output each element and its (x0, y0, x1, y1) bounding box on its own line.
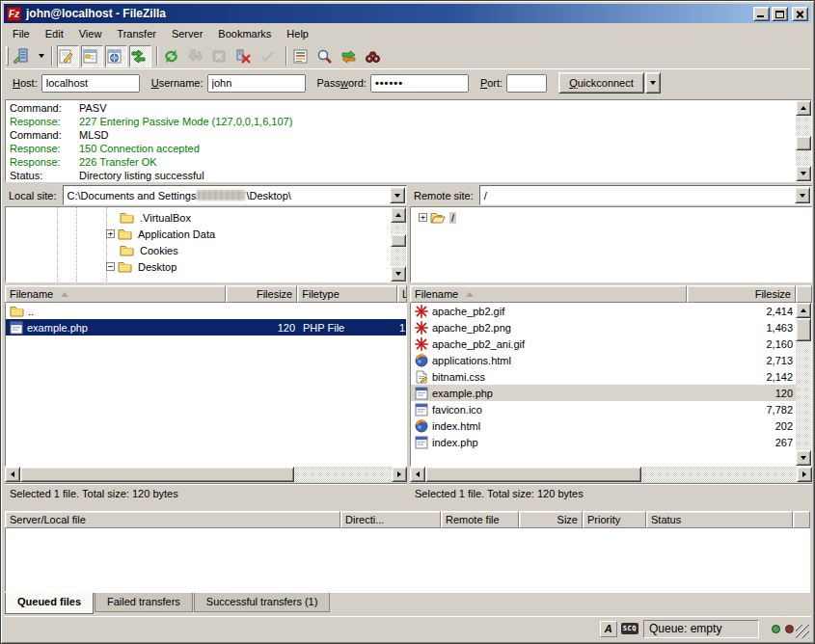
queue-column-size[interactable]: Size (519, 511, 583, 528)
remote-site-combo[interactable]: / (479, 185, 812, 205)
quickconnect-dropdown-button[interactable] (645, 72, 661, 94)
menu-help[interactable]: Help (279, 26, 316, 41)
file-row[interactable]: example.php120 (411, 385, 796, 401)
file-size-cell: 120 (688, 388, 797, 399)
minimize-button[interactable] (753, 7, 770, 21)
file-row[interactable]: favicon.ico7,782 (411, 401, 796, 417)
disconnect-button[interactable] (234, 45, 257, 67)
remote-list-scrollbar[interactable] (796, 303, 811, 466)
menu-server[interactable]: Server (164, 26, 210, 41)
queue-column-priority[interactable]: Priority (583, 511, 646, 528)
file-row[interactable]: example.php120PHP File1 (6, 319, 406, 335)
queue-column-directi-[interactable]: Directi... (340, 511, 441, 528)
scroll-left-button[interactable] (410, 467, 425, 482)
reconnect-button (258, 45, 281, 67)
password-input[interactable] (370, 74, 469, 93)
queue-column-remote-file[interactable]: Remote file (441, 511, 519, 528)
remote-site-dropdown-button[interactable] (795, 187, 810, 203)
scroll-left-button[interactable] (5, 467, 20, 482)
scroll-up-button[interactable] (391, 207, 406, 223)
remote-site-label: Remote site: (410, 190, 479, 201)
file-row[interactable]: applications.html2,713 (411, 352, 796, 368)
menu-view[interactable]: View (71, 26, 110, 41)
directory-comparison-button[interactable] (315, 45, 338, 67)
username-input[interactable] (207, 74, 306, 93)
scroll-up-button[interactable] (796, 303, 811, 318)
file-row[interactable]: .. (6, 303, 406, 319)
tree-item[interactable]: +/ (411, 209, 811, 226)
queue-column-status[interactable]: Status (646, 511, 793, 528)
scroll-right-button[interactable] (392, 467, 407, 482)
process-queue-button (186, 45, 208, 67)
column-header-filetype[interactable]: Filetype (297, 285, 397, 303)
synchronized-browsing-button[interactable] (340, 45, 362, 67)
scrollbar-thumb[interactable] (796, 136, 811, 150)
menu-transfer[interactable]: Transfer (109, 26, 164, 41)
expand-icon[interactable]: + (106, 229, 115, 238)
toggle-local-tree-button[interactable] (81, 45, 103, 67)
log-line-type: Command: (6, 101, 79, 115)
column-header-filename[interactable]: Filename (5, 285, 226, 303)
column-header-filename[interactable]: Filename (410, 285, 687, 303)
maximize-button[interactable] (772, 7, 788, 21)
file-row[interactable]: bitnami.css2,142 (411, 368, 796, 385)
tab-failed-transfers[interactable]: Failed transfers (95, 593, 193, 612)
scroll-right-button[interactable] (797, 467, 812, 482)
file-row[interactable]: index.php267 (411, 434, 796, 450)
file-row[interactable]: apache_pb2.gif2,414 (411, 303, 796, 319)
column-header-filesize[interactable]: Filesize (687, 285, 796, 303)
queue-column-server-local-file[interactable]: Server/Local file (5, 511, 340, 528)
tree-item[interactable]: −Desktop (6, 258, 391, 275)
menu-file[interactable]: File (5, 26, 38, 41)
local-site-dropdown-button[interactable] (390, 187, 405, 203)
scroll-down-button[interactable] (796, 450, 811, 466)
queue-header: Server/Local fileDirecti...Remote fileSi… (5, 511, 810, 528)
find-files-button[interactable] (364, 45, 386, 67)
local-site-combo[interactable]: C:\Documents and Settings\Desktop\ (63, 185, 407, 205)
toggle-message-log-button[interactable] (57, 45, 79, 67)
menu-bookmarks[interactable]: Bookmarks (210, 26, 279, 41)
scroll-up-button[interactable] (796, 100, 811, 116)
column-header-filesize[interactable]: Filesize (226, 285, 297, 303)
queue-column-blank[interactable] (793, 511, 810, 528)
tab-successful-transfers-1-[interactable]: Successful transfers (1) (194, 593, 331, 612)
expand-icon[interactable]: + (419, 213, 427, 222)
tree-item[interactable]: .VirtualBox (6, 209, 391, 226)
scrollbar-thumb[interactable] (20, 467, 294, 482)
menu-edit[interactable]: Edit (38, 26, 71, 41)
quickconnect-button[interactable]: Quickconnect (558, 72, 644, 94)
file-size-cell: 7,782 (688, 404, 797, 416)
log-line-type: Response: (6, 142, 79, 155)
close-button[interactable] (792, 7, 808, 21)
local-list-hscrollbar[interactable] (5, 467, 407, 482)
tree-item[interactable]: Cookies (6, 242, 391, 258)
titlebar[interactable]: Fz john@localhost - FileZilla (4, 4, 811, 23)
filter-button[interactable] (291, 45, 313, 67)
resize-grip[interactable] (796, 625, 809, 638)
scroll-down-button[interactable] (391, 266, 406, 282)
toggle-remote-tree-button[interactable] (105, 45, 127, 67)
refresh-button[interactable] (162, 45, 184, 67)
toggle-transfer-queue-button[interactable] (129, 45, 151, 67)
file-row[interactable]: apache_pb2.png1,463 (411, 319, 796, 335)
collapse-icon[interactable]: − (106, 262, 115, 271)
remote-list-hscrollbar[interactable] (410, 467, 812, 482)
column-header-l[interactable]: L (397, 285, 407, 303)
scrollbar-thumb[interactable] (425, 467, 641, 482)
site-manager-dropdown-button[interactable] (35, 45, 47, 67)
tab-queued-files[interactable]: Queued files (5, 593, 94, 614)
site-manager-button[interactable] (12, 45, 34, 67)
scrollbar-thumb[interactable] (391, 234, 406, 247)
file-name-cell: bitnami.css (411, 370, 688, 384)
host-input[interactable] (41, 74, 140, 93)
toggle-transfer-queue-icon (130, 48, 147, 65)
scroll-down-button[interactable] (796, 166, 811, 181)
file-row[interactable]: index.html202 (411, 417, 796, 434)
scrollbar-thumb[interactable] (796, 318, 811, 341)
port-input[interactable] (506, 74, 547, 93)
tree-item[interactable]: +Application Data (6, 226, 391, 242)
message-log-scrollbar[interactable] (796, 100, 811, 181)
process-queue-icon (187, 48, 204, 65)
local-tree-scrollbar[interactable] (391, 207, 406, 282)
file-row[interactable]: apache_pb2_ani.gif2,160 (411, 335, 796, 352)
